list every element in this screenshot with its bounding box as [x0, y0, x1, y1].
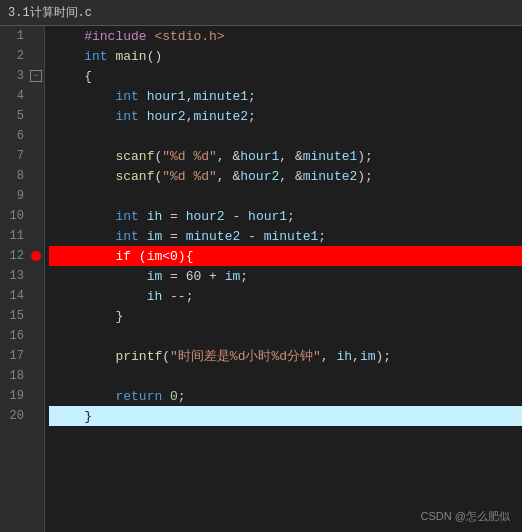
gutter-icon[interactable]: [28, 266, 44, 286]
token-plain: [53, 209, 115, 224]
gutter-row: 6: [0, 126, 44, 146]
token-var: ih: [336, 349, 352, 364]
token-var: ih: [147, 209, 163, 224]
gutter-icon[interactable]: [28, 166, 44, 186]
token-var: im: [147, 229, 163, 244]
token-plain: );: [376, 349, 392, 364]
token-kw: int: [84, 49, 107, 64]
token-plain: );: [357, 169, 373, 184]
gutter-icon[interactable]: [28, 186, 44, 206]
gutter-icon[interactable]: [28, 326, 44, 346]
fold-icon[interactable]: −: [30, 70, 42, 82]
token-var: hour1: [248, 209, 287, 224]
token-plain: --;: [162, 289, 193, 304]
line-number: 19: [0, 386, 28, 406]
token-kw: if: [115, 249, 131, 264]
gutter-icon[interactable]: [28, 306, 44, 326]
code-line: #include <stdio.h>: [49, 26, 522, 46]
token-kw: int: [115, 89, 138, 104]
line-number: 15: [0, 306, 28, 326]
line-number: 12: [0, 246, 28, 266]
gutter-icon[interactable]: [28, 106, 44, 126]
gutter-icon[interactable]: [28, 346, 44, 366]
gutter-row: 16: [0, 326, 44, 346]
gutter-icon[interactable]: [28, 206, 44, 226]
gutter-icon[interactable]: [28, 406, 44, 426]
token-var: hour1: [240, 149, 279, 164]
code-line: int hour1,minute1;: [49, 86, 522, 106]
line-number: 4: [0, 86, 28, 106]
code-line: int main(): [49, 46, 522, 66]
token-plain: }: [53, 409, 92, 424]
gutter-icon[interactable]: −: [28, 66, 44, 86]
token-plain: (: [131, 249, 147, 264]
token-var: minute2: [193, 109, 248, 124]
gutter-row: 19: [0, 386, 44, 406]
code-line: [49, 326, 522, 346]
gutter-row: 2: [0, 46, 44, 66]
gutter-row: 8: [0, 166, 44, 186]
line-number: 8: [0, 166, 28, 186]
token-plain: [53, 29, 84, 44]
token-plain: , &: [279, 149, 302, 164]
gutter-row: 11: [0, 226, 44, 246]
code-line: printf("时间差是%d小时%d分钟", ih,im);: [49, 346, 522, 366]
token-var: im: [225, 269, 241, 284]
gutter-icon[interactable]: [28, 46, 44, 66]
code-line: int ih = hour2 - hour1;: [49, 206, 522, 226]
token-var: hour1: [147, 89, 186, 104]
token-plain: (: [154, 169, 162, 184]
token-plain: [53, 149, 115, 164]
token-plain: [53, 349, 115, 364]
gutter-icon[interactable]: [28, 246, 44, 266]
gutter-icon[interactable]: [28, 146, 44, 166]
token-var: minute2: [186, 229, 241, 244]
gutter: 123−4567891011121314151617181920: [0, 26, 45, 532]
editor: 123−4567891011121314151617181920 #includ…: [0, 26, 522, 532]
token-plain: [53, 229, 115, 244]
gutter-icon[interactable]: [28, 366, 44, 386]
gutter-row: 7: [0, 146, 44, 166]
token-str: "%d %d": [162, 149, 217, 164]
code-line: int hour2,minute2;: [49, 106, 522, 126]
token-kw: int: [115, 229, 138, 244]
token-fn: scanf: [115, 149, 154, 164]
token-plain: {: [53, 69, 92, 84]
token-plain: ;: [248, 89, 256, 104]
token-fn: printf: [115, 349, 162, 364]
gutter-row: 4: [0, 86, 44, 106]
code-line: {: [49, 66, 522, 86]
line-number: 17: [0, 346, 28, 366]
token-plain: [139, 89, 147, 104]
gutter-icon[interactable]: [28, 286, 44, 306]
token-plain: ;: [318, 229, 326, 244]
token-plain: ,: [352, 349, 360, 364]
gutter-row: 9: [0, 186, 44, 206]
line-number: 13: [0, 266, 28, 286]
token-plain: [53, 169, 115, 184]
line-number: 6: [0, 126, 28, 146]
line-number: 1: [0, 26, 28, 46]
gutter-icon[interactable]: [28, 86, 44, 106]
token-plain: [139, 209, 147, 224]
token-var: minute1: [264, 229, 319, 244]
token-inc: #include: [84, 29, 146, 44]
code-line: [49, 186, 522, 206]
token-plain: ;: [287, 209, 295, 224]
code-line: [49, 126, 522, 146]
token-num: 0: [170, 389, 178, 404]
gutter-icon[interactable]: [28, 26, 44, 46]
gutter-icon[interactable]: [28, 386, 44, 406]
gutter-icon[interactable]: [28, 226, 44, 246]
line-number: 2: [0, 46, 28, 66]
token-var: hour2: [147, 109, 186, 124]
token-plain: [53, 49, 84, 64]
code-line: if (im<0){: [49, 246, 522, 266]
token-plain: ,: [186, 89, 194, 104]
gutter-row: 12: [0, 246, 44, 266]
token-plain: );: [357, 149, 373, 164]
gutter-icon[interactable]: [28, 126, 44, 146]
line-number: 14: [0, 286, 28, 306]
token-str: "%d %d": [162, 169, 217, 184]
token-plain: =: [162, 209, 185, 224]
